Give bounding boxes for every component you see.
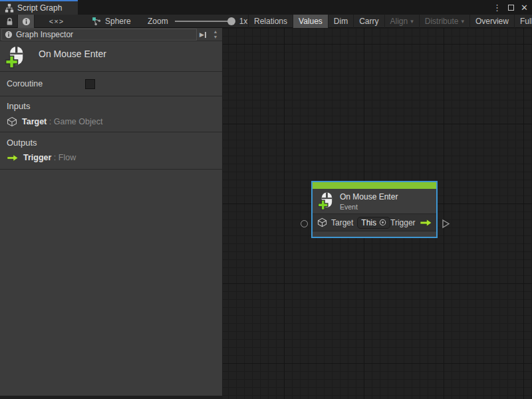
input-name: Target [22,117,47,126]
info-icon [5,31,13,39]
panel-bottom-strip [0,396,223,399]
scroll-up-icon[interactable]: ▲ [213,29,218,35]
graph-reference[interactable]: Sphere [92,15,131,28]
node-output-port[interactable] [442,219,450,229]
input-row-target: Target : Game Object [7,116,222,127]
inputs-section: Inputs Target : Game Object [0,96,222,132]
zoom-slider-track[interactable] [175,21,233,22]
inspector-unit-title: On Mouse Enter [39,49,106,59]
node-subtitle: Event [340,203,398,211]
inputs-heading: Inputs [7,101,222,111]
cube-icon [317,217,327,227]
coroutine-label: Coroutine [7,79,85,88]
output-name: Trigger [23,153,51,162]
lock-icon [6,17,13,26]
toolbar-button-align[interactable]: Align ▾ [384,15,419,28]
dock-icon: ▶ [200,32,204,38]
dock-panel-button[interactable]: ▶ [197,29,209,41]
maximize-icon[interactable] [508,5,514,11]
tab-label: Script Graph [17,3,62,13]
inspector-unit-section: On Mouse Enter [0,41,222,72]
outputs-heading: Outputs [7,138,222,148]
node-output-label: Trigger [390,218,416,227]
flow-arrow-icon [420,218,432,227]
coroutine-setting-row: Coroutine [0,72,222,96]
inspector-header: Graph Inspector ▶ ▲ ▼ [0,28,222,41]
network-graph-icon [92,17,101,26]
panel-scroll-stepper[interactable]: ▲ ▼ [211,29,220,41]
toolbar-button-dim[interactable]: Dim [328,15,353,28]
inspector-toggle-button[interactable] [17,15,35,28]
object-picker-icon[interactable] [379,219,386,226]
on-mouse-enter-node[interactable]: On Mouse Enter Event Target This [311,181,438,238]
graph-toolbar: <×> Sphere Zoom 1x Relations Values Dim [0,15,532,28]
chevron-down-icon: ▾ [410,18,414,25]
outputs-section: Outputs Trigger : Flow [0,132,222,170]
flow-arrow-icon [7,154,19,162]
tab-script-graph[interactable]: Script Graph [0,0,78,15]
toolbar-button-distribute[interactable]: Distribute ▾ [419,15,469,28]
zoom-slider-handle[interactable] [227,17,235,25]
chevron-down-icon: ▾ [461,18,464,25]
toolbar-button-overview[interactable]: Overview [469,15,514,28]
toolbar-button-values[interactable]: Values [293,15,328,28]
this-value-chip[interactable]: This [357,217,390,229]
toolbar-button-relations[interactable]: Relations [248,15,293,28]
node-header[interactable]: On Mouse Enter Event [313,189,436,213]
graph-inspector-panel: Graph Inspector ▶ ▲ ▼ On Mouse Enter Cor… [0,28,223,396]
toolbar-button-fullscreen[interactable]: Full Screen [514,15,532,28]
mouse-event-icon [318,192,334,210]
output-row-trigger: Trigger : Flow [7,153,222,162]
scroll-down-icon[interactable]: ▼ [213,35,218,40]
zoom-value: 1x [239,17,248,26]
cube-icon [7,116,17,127]
graph-name-label: Sphere [105,17,131,26]
close-icon[interactable]: ✕ [521,3,528,12]
code-icon: <×> [49,17,64,25]
output-type: : Flow [54,153,76,162]
kebab-menu-icon[interactable]: ⋮ [493,3,501,12]
node-footer [313,231,436,237]
inspector-title-box: Graph Inspector [1,29,197,41]
graph-hierarchy-icon [5,3,14,13]
input-type: : Game Object [49,117,103,126]
inspector-title: Graph Inspector [16,30,73,39]
node-title: On Mouse Enter [340,192,398,201]
code-view-button[interactable]: <×> [45,15,68,28]
window-titlebar: Script Graph ⋮ ✕ [0,0,532,15]
node-port-row: Target This Trigger [313,213,436,231]
toolbar-button-carry[interactable]: Carry [353,15,384,28]
zoom-control: Zoom 1x [148,15,247,28]
lock-button[interactable] [3,15,16,28]
node-accent-bar [313,182,436,189]
zoom-label: Zoom [148,17,168,26]
node-input-label: Target [331,218,353,227]
node-input-port[interactable] [301,220,308,227]
mouse-event-icon [5,46,26,68]
coroutine-checkbox[interactable] [85,79,95,89]
info-icon [22,17,31,26]
this-value: This [361,218,376,227]
